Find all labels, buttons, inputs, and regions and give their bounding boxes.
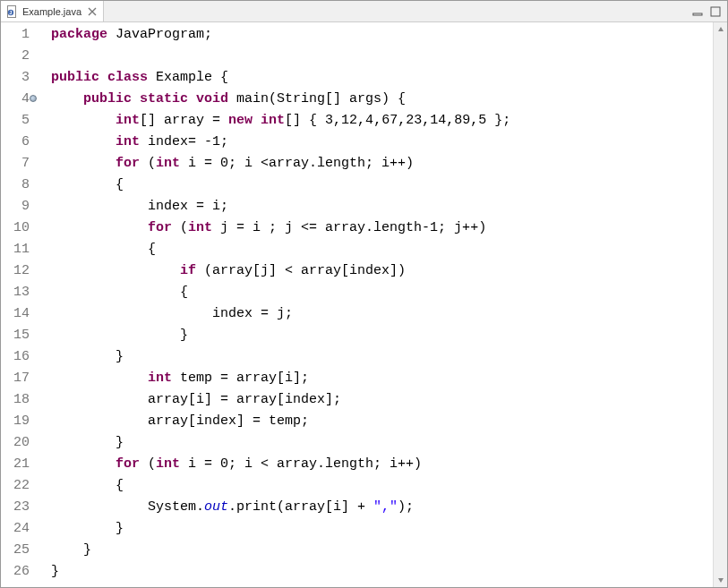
line-number: 5 xyxy=(1,110,30,132)
code-line[interactable]: for (int j = i ; j <= array.length-1; j+… xyxy=(51,217,713,239)
svg-rect-3 xyxy=(693,13,702,15)
code-line[interactable]: index = i; xyxy=(51,196,713,217)
line-number: 24 xyxy=(1,518,30,540)
line-number: 3 xyxy=(1,67,30,89)
editor-toolbar-right xyxy=(691,1,727,21)
code-line[interactable]: index = j; xyxy=(51,303,713,325)
tab-filename: Example.java xyxy=(22,6,81,17)
code-line[interactable]: } xyxy=(51,432,713,454)
line-number: 19 xyxy=(1,411,30,432)
line-number: 6 xyxy=(1,132,30,153)
code-line[interactable]: } xyxy=(51,561,713,583)
code-line[interactable]: array[i] = array[index]; xyxy=(51,389,713,411)
scroll-down-icon[interactable] xyxy=(714,573,727,587)
line-number: 22 xyxy=(1,475,30,497)
line-number: 13 xyxy=(1,282,30,303)
minimize-icon[interactable] xyxy=(691,5,704,18)
line-number: 9 xyxy=(1,196,30,217)
line-number: 11 xyxy=(1,239,30,260)
line-number: 16 xyxy=(1,346,30,368)
java-file-icon: J xyxy=(6,5,19,18)
code-line[interactable]: { xyxy=(51,475,713,497)
line-number: 2 xyxy=(1,46,30,67)
line-number: 18 xyxy=(1,389,30,411)
line-number: 12 xyxy=(1,260,30,282)
line-number: 20 xyxy=(1,432,30,454)
line-number: 4 xyxy=(1,89,30,110)
line-number: 26 xyxy=(1,561,30,583)
line-number: 25 xyxy=(1,540,30,561)
code-editor[interactable]: 1234567891011121314151617181920212223242… xyxy=(1,22,727,587)
code-line[interactable]: } xyxy=(51,346,713,368)
line-number: 1 xyxy=(1,24,30,46)
maximize-icon[interactable] xyxy=(709,5,722,18)
code-line[interactable]: array[index] = temp; xyxy=(51,411,713,432)
code-line[interactable]: { xyxy=(51,239,713,260)
code-line[interactable]: { xyxy=(51,175,713,196)
code-line[interactable]: if (array[j] < array[index]) xyxy=(51,260,713,282)
line-number: 8 xyxy=(1,175,30,196)
editor-tab[interactable]: J Example.java xyxy=(1,1,104,21)
svg-text:J: J xyxy=(10,10,13,15)
code-line[interactable]: } xyxy=(51,518,713,540)
code-content[interactable]: package JavaProgram; public class Exampl… xyxy=(39,22,713,587)
override-marker-icon xyxy=(30,95,37,102)
code-line[interactable]: } xyxy=(51,540,713,561)
code-line[interactable]: { xyxy=(51,282,713,303)
code-line[interactable]: System.out.print(array[i] + ","); xyxy=(51,497,713,518)
code-line[interactable]: } xyxy=(51,325,713,346)
code-line[interactable]: int index= -1; xyxy=(51,132,713,153)
code-line[interactable]: int temp = array[i]; xyxy=(51,368,713,389)
code-line[interactable]: for (int i = 0; i <array.length; i++) xyxy=(51,153,713,175)
line-number: 7 xyxy=(1,153,30,175)
vertical-scrollbar[interactable] xyxy=(713,22,727,587)
line-number: 15 xyxy=(1,325,30,346)
code-line[interactable]: for (int i = 0; i < array.length; i++) xyxy=(51,454,713,475)
svg-rect-4 xyxy=(711,7,720,16)
close-icon[interactable] xyxy=(87,6,98,17)
scroll-up-icon[interactable] xyxy=(714,22,727,37)
line-number: 17 xyxy=(1,368,30,389)
line-number: 21 xyxy=(1,454,30,475)
code-line[interactable]: package JavaProgram; xyxy=(51,24,713,46)
code-line[interactable]: public static void main(String[] args) { xyxy=(51,89,713,110)
code-line[interactable] xyxy=(51,46,713,67)
line-number: 10 xyxy=(1,217,30,239)
line-number: 14 xyxy=(1,303,30,325)
code-line[interactable]: int[] array = new int[] { 3,12,4,67,23,1… xyxy=(51,110,713,132)
editor-tab-bar: J Example.java xyxy=(1,1,727,22)
code-line[interactable]: public class Example { xyxy=(51,67,713,89)
line-number: 23 xyxy=(1,497,30,518)
line-number-gutter: 1234567891011121314151617181920212223242… xyxy=(1,22,39,587)
